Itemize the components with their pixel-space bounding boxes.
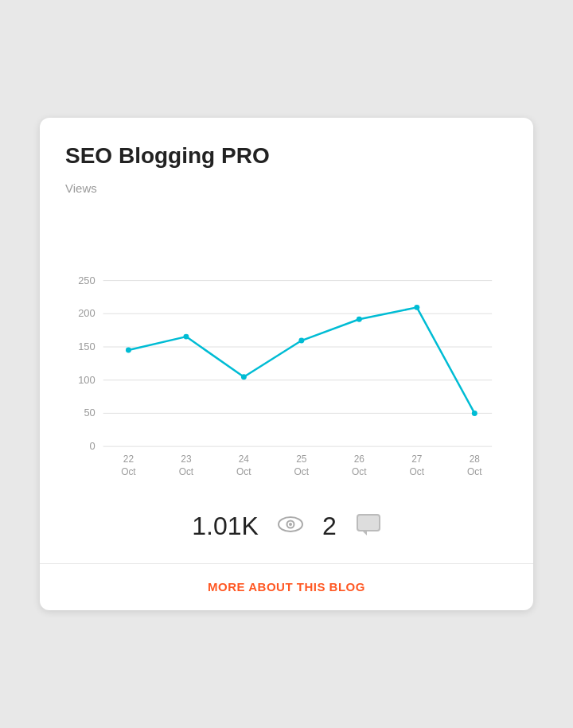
data-point-2 xyxy=(183,334,189,340)
chart-line xyxy=(128,307,474,413)
svg-text:Oct: Oct xyxy=(294,466,310,477)
total-views: 1.01K xyxy=(192,512,259,541)
svg-text:22: 22 xyxy=(123,454,134,465)
eye-icon xyxy=(278,514,303,539)
svg-text:0: 0 xyxy=(90,440,96,452)
card-footer: MORE ABOUT THIS BLOG xyxy=(40,563,533,610)
svg-text:27: 27 xyxy=(411,454,423,465)
chart-container: 0 50 100 150 200 250 22 Oct 23 Oct 24 xyxy=(65,204,508,491)
comment-icon xyxy=(356,513,381,540)
svg-rect-29 xyxy=(357,515,380,531)
card-title: SEO Blogging PRO xyxy=(65,143,508,169)
card-body: SEO Blogging PRO Views 0 50 100 150 200 … xyxy=(40,118,533,563)
blog-stats-card: SEO Blogging PRO Views 0 50 100 150 200 … xyxy=(40,118,533,610)
data-point-4 xyxy=(298,338,304,344)
svg-text:Oct: Oct xyxy=(352,466,367,477)
svg-text:150: 150 xyxy=(78,341,96,352)
svg-text:200: 200 xyxy=(78,307,96,319)
svg-text:24: 24 xyxy=(239,454,250,465)
data-point-1 xyxy=(126,348,131,353)
total-comments: 2 xyxy=(322,512,337,541)
data-point-3 xyxy=(241,374,247,380)
svg-text:28: 28 xyxy=(470,454,481,465)
svg-text:Oct: Oct xyxy=(467,466,482,477)
svg-text:26: 26 xyxy=(354,454,365,465)
svg-text:Oct: Oct xyxy=(121,466,136,477)
svg-text:Oct: Oct xyxy=(410,466,425,477)
more-about-blog-link[interactable]: MORE ABOUT THIS BLOG xyxy=(208,580,365,594)
svg-text:25: 25 xyxy=(296,454,307,465)
data-point-5 xyxy=(357,317,362,322)
stats-row: 1.01K 2 xyxy=(65,505,508,544)
svg-text:23: 23 xyxy=(181,454,192,465)
svg-text:50: 50 xyxy=(84,407,95,419)
views-label: Views xyxy=(65,181,508,195)
data-point-6 xyxy=(414,305,419,310)
svg-point-28 xyxy=(289,523,292,526)
data-point-7 xyxy=(472,411,477,416)
line-chart: 0 50 100 150 200 250 22 Oct 23 Oct 24 xyxy=(65,204,508,491)
svg-text:250: 250 xyxy=(78,274,96,286)
svg-text:Oct: Oct xyxy=(179,466,194,477)
svg-text:100: 100 xyxy=(78,374,96,386)
svg-text:Oct: Oct xyxy=(236,466,251,477)
